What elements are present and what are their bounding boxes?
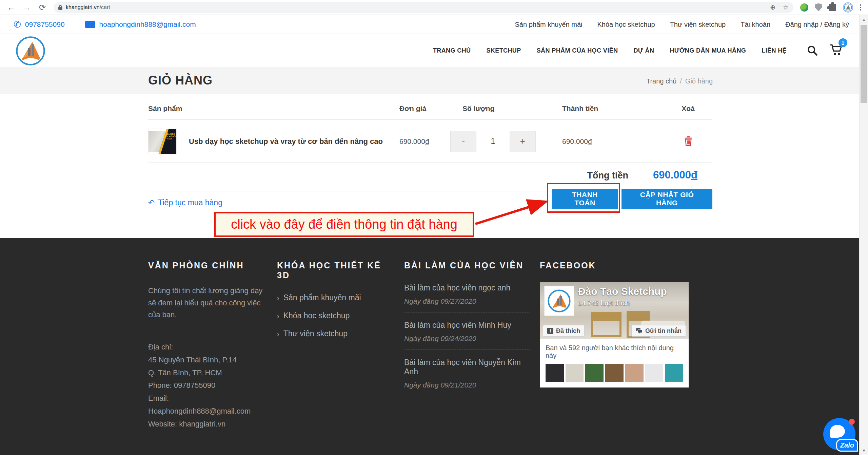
page-scrollbar[interactable]: ▲ ▼	[859, 15, 868, 455]
notification-dot	[849, 419, 855, 425]
address-email: Email: Hoaphongdinh888@gmail.com	[148, 392, 263, 418]
site-header: TRANG CHỦ SKETCHUP SẢN PHẨM CỦA HỌC VIÊN…	[0, 34, 868, 67]
url-path: /cart	[100, 4, 110, 10]
continue-shopping-link[interactable]: ↶ Tiếp tục mua hàng	[148, 198, 222, 207]
nav-home[interactable]: TRANG CHỦ	[433, 47, 471, 54]
footer-course-link[interactable]: ›Khóa học sketchup	[277, 311, 392, 320]
nav-contact[interactable]: LIÊN HỆ	[762, 47, 787, 54]
nav-student-products[interactable]: SẢN PHẨM CỦA HỌC VIÊN	[537, 47, 618, 54]
checkout-button[interactable]: THANH TOÁN	[552, 189, 618, 209]
search-icon[interactable]	[807, 45, 818, 56]
address-bar[interactable]: khanggiatri.vn/cart ⊕ ☆	[54, 2, 793, 13]
browser-forward-button[interactable]: →	[20, 1, 33, 14]
browser-profile-avatar[interactable]	[843, 2, 853, 13]
facebook-page-widget: Đào Tạo Sketchup 14.743 lượt thích f Đã …	[540, 282, 689, 388]
chevron-right-icon: ›	[277, 330, 279, 338]
scrollbar-up-arrow[interactable]: ▲	[860, 15, 868, 24]
facebook-message-button[interactable]: Gửi tin nhắn	[631, 325, 686, 337]
toplink-promo[interactable]: Sản phẩm khuyến mãi	[515, 21, 583, 29]
breadcrumb: Trang chủ/Giỏ hàng	[646, 77, 713, 85]
address-phone: Phone: 0978755090	[148, 379, 263, 392]
zoom-icon[interactable]: ⊕	[770, 3, 775, 11]
nav-buying-guide[interactable]: HƯỚNG DẪN MUA HÀNG	[670, 47, 746, 54]
browser-menu-icon[interactable]	[860, 4, 861, 11]
facebook-social-context: Bạn và 592 người bạn khác thích nội dung…	[546, 344, 683, 360]
student-work-item[interactable]: Bài làm của học viên Minh Huy Ngày đăng …	[404, 312, 530, 343]
work-date: Ngày đăng 09/21/2020	[404, 381, 530, 389]
zalo-label: Zalo	[836, 439, 858, 452]
chevron-right-icon: ›	[277, 312, 279, 320]
phone-icon: ✆	[14, 19, 21, 30]
facebook-f-icon: f	[547, 328, 553, 334]
browser-reload-button[interactable]: ⟳	[36, 1, 49, 14]
email-icon	[85, 21, 95, 28]
footer-office-title: VĂN PHÒNG CHÍNH	[148, 261, 263, 270]
student-work-item[interactable]: Bài làm của học viên Nguyễn Kim Anh Ngày…	[404, 349, 530, 389]
footer-office-desc: Chúng tôi tin chất lượng giảng dạy sẽ đe…	[148, 285, 263, 321]
nav-projects[interactable]: DỰ ÁN	[633, 47, 654, 54]
toplink-account[interactable]: Tài khoản	[741, 21, 770, 29]
cart-section: Sản phẩm Đơn giá Số lượng Thành tiền Xoá…	[0, 94, 868, 238]
footer-works-title: BÀI LÀM CỦA HỌC VIÊN	[404, 261, 530, 270]
email-contact[interactable]: hoaphongdinh888@gmail.com	[85, 20, 196, 29]
address-district: Q. Tân Bình, TP. HCM	[148, 366, 263, 379]
footer-course-link[interactable]: ›Sản phẩm khuyến mãi	[277, 293, 392, 302]
page-title-band: GIỎ HÀNG Trang chủ/Giỏ hàng	[0, 67, 868, 94]
facebook-friend-avatars	[546, 364, 683, 382]
address-website: Website: khanggiatri.vn	[148, 418, 263, 431]
facebook-cover-photo: Đào Tạo Sketchup 14.743 lượt thích f Đã …	[540, 282, 689, 339]
site-logo-icon	[844, 3, 852, 12]
lock-icon[interactable]	[58, 5, 62, 10]
address-label: Địa chỉ:	[148, 341, 263, 354]
browser-chrome: ← → ⟳ khanggiatri.vn/cart ⊕ ☆	[0, 0, 868, 15]
annotation-callout: click vào đây để điền thông tin đặt hàng	[214, 212, 474, 237]
update-cart-button[interactable]: CẬP NHẬT GIỎ HÀNG	[622, 189, 712, 209]
browser-back-button[interactable]: ←	[5, 1, 18, 14]
footer-courses-title: KHÓA HỌC THIẾT KẾ 3D	[277, 261, 392, 280]
breadcrumb-current: Giỏ hàng	[685, 77, 713, 85]
email-address[interactable]: hoaphongdinh888@gmail.com	[99, 20, 196, 29]
top-contact-bar: ✆ 0978755090 hoaphongdinh888@gmail.com S…	[0, 15, 868, 34]
phone-number[interactable]: 0978755090	[25, 20, 65, 29]
site-footer: VĂN PHÒNG CHÍNH Chúng tôi tin chất lượng…	[0, 238, 868, 455]
extensions-puzzle-icon[interactable]	[829, 4, 836, 11]
student-work-item[interactable]: Bài làm của học viên ngọc anh Ngày đăng …	[404, 283, 530, 305]
scrollbar-down-arrow[interactable]: ▼	[860, 446, 868, 455]
toplink-course[interactable]: Khóa học sketchup	[597, 21, 655, 29]
breadcrumb-separator: /	[680, 77, 682, 85]
footer-facebook-title: FACEBOOK	[540, 261, 689, 270]
footer-course-link[interactable]: ›Thư viện sketchup	[277, 329, 392, 338]
phone-contact[interactable]: ✆ 0978755090	[14, 19, 65, 30]
bookmark-star-icon[interactable]: ☆	[783, 3, 789, 11]
facebook-page-name[interactable]: Đào Tạo Sketchup	[578, 286, 667, 297]
facebook-page-avatar[interactable]	[545, 286, 574, 316]
messenger-icon	[636, 328, 643, 334]
shield-extension-icon[interactable]	[815, 3, 822, 12]
zalo-chat-button[interactable]: Zalo	[823, 418, 855, 450]
url-domain: khanggiatri.vn	[66, 4, 100, 10]
nav-sketchup[interactable]: SKETCHUP	[486, 47, 521, 54]
toplink-library[interactable]: Thư viện sketchup	[670, 21, 726, 29]
breadcrumb-home[interactable]: Trang chủ	[646, 77, 676, 85]
facebook-liked-button[interactable]: f Đã thích	[543, 325, 585, 337]
idm-extension-icon[interactable]	[800, 3, 808, 12]
return-arrow-icon: ↶	[148, 198, 155, 207]
work-date: Ngày đăng 09/27/2020	[404, 297, 530, 305]
cart-count-badge: 1	[839, 38, 847, 47]
facebook-likes-count: 14.743 lượt thích	[578, 299, 630, 307]
cart-button[interactable]: 1	[830, 44, 843, 57]
annotation-arrow	[470, 196, 558, 233]
chevron-right-icon: ›	[277, 294, 279, 302]
page-title: GIỎ HÀNG	[148, 73, 213, 88]
work-date: Ngày đăng 09/24/2020	[404, 335, 530, 343]
scrollbar-thumb[interactable]	[861, 25, 867, 103]
address-street: 45 Nguyễn Thái Bình, P.14	[148, 354, 263, 366]
toplink-login-register[interactable]: Đăng nhập / Đăng ký	[785, 21, 849, 29]
chat-bubble-icon	[830, 425, 845, 438]
site-logo[interactable]	[16, 36, 45, 67]
